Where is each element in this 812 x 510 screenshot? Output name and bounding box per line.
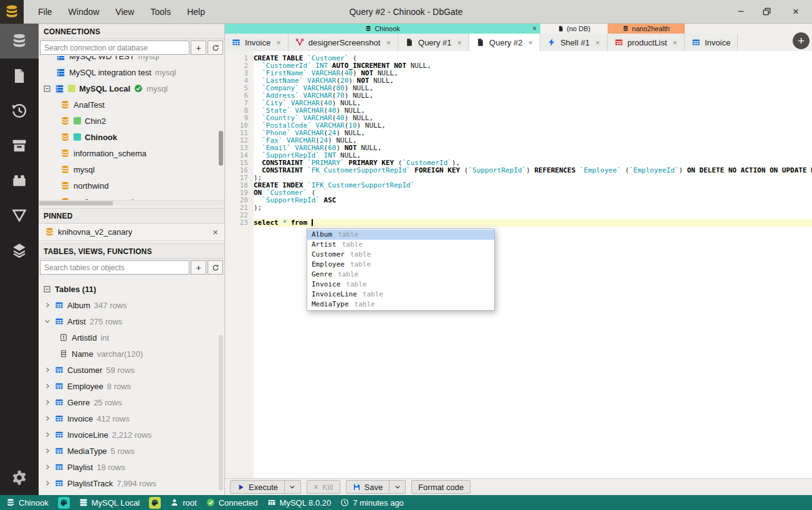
tab-shell-1[interactable]: Shell #1× (540, 34, 608, 51)
scrollbar-thumb[interactable] (39, 201, 113, 205)
connection-item-mysql-integration-test[interactable]: MySQL integration testmysql (39, 64, 224, 80)
close-tab-button[interactable]: × (528, 38, 533, 47)
connections-refresh-button[interactable] (208, 40, 223, 55)
tab-designerscreenshot[interactable]: designerScreenshot× (289, 34, 398, 51)
connection-item-mysql-local[interactable]: MySQL Localmysql (39, 80, 224, 97)
statusbar-item-connected[interactable]: Connected (206, 498, 258, 508)
restore-button[interactable] (762, 7, 775, 16)
connections-add-button[interactable]: + (191, 40, 206, 55)
execute-button[interactable]: Execute (230, 480, 285, 494)
activity-plugin-icon[interactable] (0, 163, 39, 198)
table-item-album[interactable]: Album347 rows (39, 297, 224, 313)
autocomplete-item-genre[interactable]: Genretable (307, 270, 494, 280)
table-item-invoice[interactable]: Invoice412 rows (39, 410, 224, 427)
save-button[interactable]: Save (346, 480, 390, 494)
tab-invoice[interactable]: Invoice× (225, 34, 289, 51)
activity-archive-icon[interactable] (0, 128, 39, 163)
autocomplete-item-album[interactable]: Albumtable (307, 230, 494, 240)
kill-button[interactable]: × Kill (307, 480, 340, 494)
tables-refresh-button[interactable] (208, 260, 223, 275)
table-icon (55, 317, 64, 326)
connections-search-input[interactable] (40, 40, 189, 55)
tab-query-1[interactable]: Query #1× (398, 34, 469, 51)
tables-group-row[interactable]: Tables (11) (39, 281, 224, 297)
statusbar-item-root[interactable]: root (170, 498, 196, 508)
statusbar-item-mysql-8-0-20[interactable]: MySQL 8.0.20 (267, 498, 332, 508)
tab-query-2[interactable]: Query #2× (469, 34, 540, 51)
sql-editor[interactable]: 1CREATE TABLE `Customer` (2 `CustomerId`… (225, 51, 812, 478)
database-item-chin2[interactable]: Chin2 (39, 113, 224, 129)
autocomplete-item-invoice[interactable]: Invoicetable (307, 280, 494, 290)
connections-horizontal-scrollbar[interactable] (39, 200, 224, 205)
save-dropdown-button[interactable] (389, 480, 406, 494)
tab-productlist[interactable]: productList× (608, 34, 685, 51)
menu-file[interactable]: File (30, 0, 60, 23)
column-item-name[interactable]: Namevarchar(120) (39, 346, 224, 362)
unpin-button[interactable]: × (213, 227, 218, 237)
connection-item-mysql-wd-test[interactable]: MySQL WD TESTmysql (39, 56, 224, 64)
pinned-item-knihovna-v2-canary[interactable]: knihovna_v2_canary× (39, 224, 224, 241)
engine-label: mysql (146, 84, 168, 93)
close-tab-button[interactable]: × (672, 38, 677, 47)
activity-query-designer-icon[interactable] (0, 198, 39, 233)
database-item-northwind[interactable]: northwind (39, 177, 224, 194)
statusbar-item-7-minutes-ago[interactable]: 7 minutes ago (340, 498, 404, 508)
table-item-artist[interactable]: Artist275 rows (39, 313, 224, 329)
connections-scrollbar-thumb[interactable] (219, 131, 223, 166)
autocomplete-item-artist[interactable]: Artisttable (307, 240, 494, 250)
tables-search-input[interactable] (40, 260, 189, 275)
autocomplete-item-employee[interactable]: Employeetable (307, 260, 494, 270)
table-item-genre[interactable]: Genre25 rows (39, 394, 224, 410)
database-item-information-schema[interactable]: information_schema (39, 145, 224, 161)
editor-line-16: 16 CONSTRAINT `FK_CustomerSupportRepId` … (225, 167, 812, 174)
statusbar-item-chinook[interactable]: Chinook (6, 498, 49, 508)
database-item-performance-schema[interactable]: performance_schema (39, 194, 224, 200)
line-number: 9 (225, 115, 254, 122)
menu-help[interactable]: Help (179, 0, 213, 23)
autocomplete-item-customer[interactable]: Customertable (307, 250, 494, 260)
activity-gear-icon[interactable] (0, 460, 39, 495)
title-bar: FileWindowViewToolsHelp Query #2 - Chino… (0, 0, 812, 24)
activity-layers-icon[interactable] (0, 233, 39, 268)
menu-window[interactable]: Window (60, 0, 108, 23)
tables-scrollbar-thumb[interactable] (219, 335, 223, 491)
menu-view[interactable]: View (107, 0, 142, 23)
execute-dropdown-button[interactable] (285, 480, 301, 494)
check-circle-icon (134, 84, 143, 93)
close-tab-button[interactable]: × (457, 38, 462, 47)
line-code: ); (254, 204, 812, 212)
column-item-artistid[interactable]: ArtistIdint (39, 329, 224, 346)
new-tab-button[interactable]: + (793, 32, 810, 49)
table-row-count: 5 rows (111, 446, 135, 456)
table-item-customer[interactable]: Customer59 rows (39, 362, 224, 378)
autocomplete-item-invoiceline[interactable]: InvoiceLinetable (307, 290, 494, 300)
theme-badge[interactable] (149, 497, 161, 509)
activity-history-icon[interactable] (0, 93, 39, 128)
table-item-playlisttrack[interactable]: PlaylistTrack7,994 rows (39, 475, 224, 491)
tables-add-button[interactable]: + (191, 260, 206, 275)
theme-badge[interactable] (58, 497, 70, 509)
table-item-playlist[interactable]: Playlist18 rows (39, 459, 224, 475)
chevron-right-icon (44, 399, 51, 406)
close-tab-button[interactable]: × (595, 38, 600, 47)
database-item-analtest[interactable]: AnalTest (39, 97, 224, 113)
statusbar-item-mysql-local[interactable]: MySQL Local (79, 498, 140, 508)
activity-file-icon[interactable] (0, 59, 39, 93)
autocomplete-item-mediatype[interactable]: MediaTypetable (307, 300, 494, 309)
menu-tools[interactable]: Tools (142, 0, 179, 23)
table-item-employee[interactable]: Employee8 rows (39, 378, 224, 394)
minimize-button[interactable]: − (735, 6, 747, 17)
close-button[interactable]: × (790, 6, 802, 17)
table-item-invoiceline[interactable]: InvoiceLine2,212 rows (39, 427, 224, 443)
database-item-mysql[interactable]: mysql (39, 161, 224, 177)
table-item-mediatype[interactable]: MediaType5 rows (39, 443, 224, 459)
close-tab-button[interactable]: × (276, 38, 281, 47)
close-tab-group-button[interactable]: × (532, 24, 537, 34)
table-icon (55, 446, 64, 455)
database-item-chinook[interactable]: Chinook (39, 129, 224, 145)
tab-invoice[interactable]: Invoice (685, 34, 738, 51)
database-icon (365, 26, 371, 32)
format-code-button[interactable]: Format code (411, 480, 470, 494)
activity-database-icon[interactable] (0, 24, 39, 59)
close-tab-button[interactable]: × (386, 38, 391, 47)
